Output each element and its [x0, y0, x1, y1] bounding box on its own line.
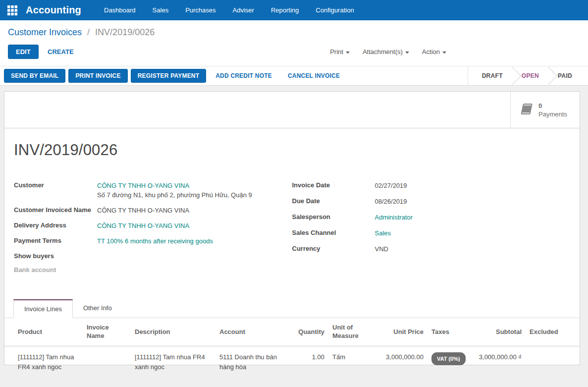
- field-show-buyers: Show buyers: [14, 252, 292, 260]
- print-invoice-button[interactable]: PRINT INVOICE: [68, 69, 127, 83]
- payments-stat-button[interactable]: 0 Payments: [510, 92, 580, 128]
- menu-sales[interactable]: Sales: [153, 6, 169, 14]
- cell-product[interactable]: [1111112] Tam nhua FR4 xanh ngoc: [4, 346, 83, 379]
- cell-taxes: VAT (0%): [428, 346, 471, 379]
- attachments-dropdown[interactable]: Attachment(s): [363, 48, 409, 55]
- top-nav: Accounting Dashboard Sales Purchases Adv…: [0, 0, 588, 20]
- delivery-address-link[interactable]: CÔNG TY TNHH O-YANG VINA: [97, 221, 189, 230]
- caret-down-icon: [346, 52, 350, 54]
- breadcrumb: Customer Invoices / INV/2019/0026: [0, 20, 588, 40]
- col-unit-price[interactable]: Unit Price: [373, 318, 428, 346]
- field-group-right: Invoice Date 02/27/2019 Due Date 08/26/2…: [292, 181, 571, 279]
- due-date-value: 08/26/2019: [375, 197, 407, 206]
- payments-count: 0: [538, 102, 542, 110]
- send-by-email-button[interactable]: SEND BY EMAIL: [4, 69, 65, 83]
- caret-down-icon: [405, 52, 409, 54]
- col-excluded[interactable]: Excluded: [526, 318, 580, 346]
- apps-grid-icon[interactable]: [7, 5, 18, 16]
- field-bank-account: Bank account: [14, 266, 292, 274]
- field-invoice-date: Invoice Date 02/27/2019: [292, 181, 571, 190]
- menu-dashboard[interactable]: Dashboard: [104, 6, 136, 14]
- payments-label: Payments: [538, 111, 567, 118]
- customer-link[interactable]: CÔNG TY TNHH O-YANG VINA: [97, 181, 189, 190]
- chevron-right-icon: [503, 67, 521, 85]
- field-payment-terms: Payment Terms TT 100% 6 months after rec…: [14, 236, 292, 246]
- table-header-row: Product Invoice Name Description Account…: [4, 318, 580, 346]
- field-currency: Currency VND: [292, 244, 571, 254]
- col-description[interactable]: Description: [131, 318, 215, 346]
- menu-purchases[interactable]: Purchases: [185, 6, 215, 14]
- menu-reporting[interactable]: Reporting: [271, 6, 299, 14]
- register-payment-button[interactable]: REGISTER PAYMENT: [131, 69, 207, 83]
- field-customer-invoiced-name: Customer Invoiced Name CÔNG TY TNHH O-YA…: [14, 206, 292, 215]
- col-account[interactable]: Account: [215, 318, 285, 346]
- create-button[interactable]: CREATE: [41, 45, 80, 58]
- cell-description[interactable]: [1111112] Tam nhua FR4 xanh ngoc: [131, 346, 215, 379]
- cell-quantity[interactable]: 1.00: [285, 346, 328, 379]
- edit-button[interactable]: EDIT: [8, 45, 39, 59]
- actions-group: Print Attachment(s) Action: [330, 48, 580, 55]
- caret-down-icon: [442, 52, 446, 54]
- breadcrumb-separator: /: [84, 27, 93, 37]
- invoice-number-title: INV/2019/0026: [14, 141, 570, 159]
- breadcrumb-customer-invoices[interactable]: Customer Invoices: [8, 27, 82, 37]
- field-salesperson: Salesperson Administrator: [292, 213, 571, 222]
- cell-invoice-name[interactable]: [83, 346, 131, 379]
- control-panel: Customer Invoices / INV/2019/0026 EDIT C…: [0, 20, 588, 86]
- field-delivery-address: Delivery Address CÔNG TY TNHH O-YANG VIN…: [14, 221, 292, 230]
- invoice-date-value: 02/27/2019: [375, 181, 407, 190]
- content-area: 0 Payments INV/2019/0026 Customer CÔNG T…: [0, 86, 588, 365]
- tab-other-info[interactable]: Other Info: [73, 299, 122, 318]
- button-box: 0 Payments: [4, 92, 580, 128]
- notebook-tabs: Invoice Lines Other Info: [4, 299, 580, 318]
- payment-terms-link[interactable]: TT 100% 6 months after receiving goods: [97, 236, 213, 246]
- cell-unit-price[interactable]: 3,000,000.00: [373, 346, 428, 379]
- add-credit-note-button[interactable]: ADD CREDIT NOTE: [209, 69, 278, 82]
- invoice-lines-table: Product Invoice Name Description Account…: [4, 318, 580, 378]
- chevron-right-icon: [539, 67, 558, 85]
- customer-invoiced-name-value: CÔNG TY TNHH O-YANG VINA: [97, 206, 189, 215]
- field-due-date: Due Date 08/26/2019: [292, 197, 571, 206]
- col-subtotal[interactable]: Subtotal: [471, 318, 526, 346]
- breadcrumb-current: INV/2019/0026: [95, 27, 155, 37]
- col-invoice-name[interactable]: Invoice Name: [83, 318, 131, 346]
- salesperson-link[interactable]: Administrator: [375, 213, 413, 222]
- col-quantity[interactable]: Quantity: [285, 318, 328, 346]
- col-taxes[interactable]: Taxes: [428, 318, 471, 346]
- field-customer: Customer CÔNG TY TNHH O-YANG VINA Số 7 đ…: [14, 181, 292, 200]
- col-product[interactable]: Product: [4, 318, 83, 346]
- cell-unit-of-measure[interactable]: Tấm: [328, 346, 373, 379]
- main-menu: Dashboard Sales Purchases Adviser Report…: [104, 6, 354, 14]
- tab-invoice-lines[interactable]: Invoice Lines: [13, 299, 73, 318]
- sales-channel-link[interactable]: Sales: [375, 228, 391, 238]
- field-sales-channel: Sales Channel Sales: [292, 228, 571, 238]
- app-title[interactable]: Accounting: [26, 4, 81, 16]
- print-dropdown[interactable]: Print: [330, 48, 350, 55]
- menu-configuration[interactable]: Configuration: [316, 6, 354, 14]
- customer-address: Số 7 đường N1, khu phố 2, phường Phú Hữu…: [97, 191, 252, 199]
- currency-value: VND: [375, 244, 388, 254]
- field-group-left: Customer CÔNG TY TNHH O-YANG VINA Số 7 đ…: [14, 181, 292, 279]
- status-pipeline: DRAFT OPEN PAID: [468, 66, 588, 85]
- invoice-form-sheet: 0 Payments INV/2019/0026 Customer CÔNG T…: [4, 91, 580, 365]
- cell-excluded[interactable]: [526, 346, 580, 379]
- cell-account[interactable]: 5111 Doanh thu bán hàng hóa: [215, 346, 285, 379]
- edit-create-group: EDIT CREATE: [8, 45, 81, 59]
- status-bar: SEND BY EMAIL PRINT INVOICE REGISTER PAY…: [0, 66, 588, 86]
- tax-badge[interactable]: VAT (0%): [431, 352, 466, 365]
- invoice-line-row[interactable]: [1111112] Tam nhua FR4 xanh ngoc [111111…: [4, 346, 580, 379]
- action-dropdown[interactable]: Action: [422, 48, 446, 55]
- menu-adviser[interactable]: Adviser: [233, 6, 254, 14]
- col-unit-of-measure[interactable]: Unit of Measure: [328, 318, 373, 346]
- payments-book-icon: [519, 104, 534, 116]
- cell-subtotal[interactable]: 3,000,000.00 ₫: [471, 346, 526, 379]
- cancel-invoice-button[interactable]: CANCEL INVOICE: [281, 69, 346, 82]
